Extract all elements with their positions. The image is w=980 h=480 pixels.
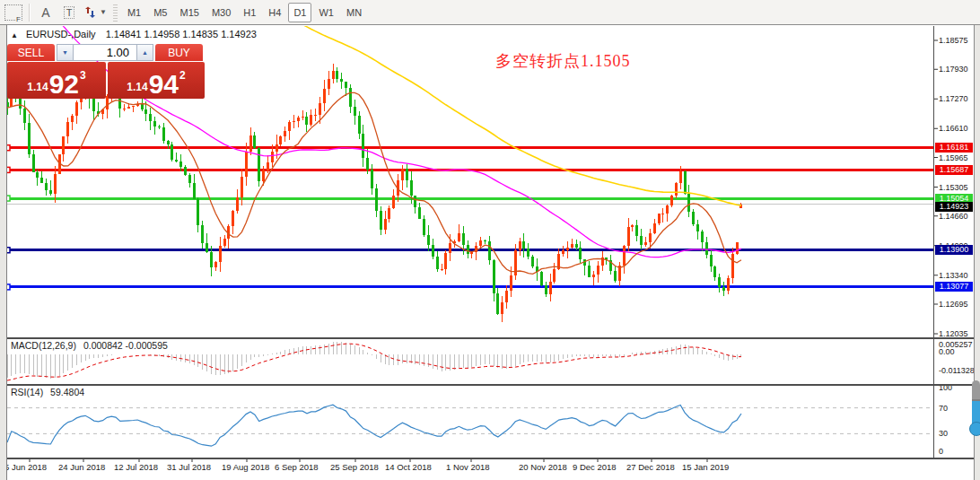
date-tick-label: 19 Aug 2018	[222, 462, 269, 472]
timeframe-button-m30[interactable]: M30	[206, 3, 236, 22]
macd-header: MACD(12,26,9) 0.000842 -0.000595	[11, 340, 168, 351]
price-level-badge: 1.15687	[935, 165, 973, 175]
text-label-icon: T	[64, 6, 75, 19]
arrows-tool-button[interactable]: ▼	[83, 3, 108, 22]
date-tick-label: 24 Jun 2018	[58, 462, 105, 472]
thermometer-icon	[969, 380, 980, 436]
sell-price-sup: 3	[80, 69, 86, 82]
time-axis-divider	[0, 458, 975, 459]
timeframe-button-w1[interactable]: W1	[313, 3, 339, 22]
rsi-pane-divider[interactable]	[0, 384, 975, 386]
sell-price-big: 92	[49, 73, 79, 96]
volume-decrease-button[interactable]: ▼	[57, 44, 74, 61]
text-label-tool-button[interactable]: T	[59, 3, 79, 22]
font-tool-button[interactable]: A	[36, 3, 56, 22]
timeframe-button-mn[interactable]: MN	[341, 3, 367, 22]
dotted-frame-icon: F	[4, 4, 22, 21]
date-tick-label: 5 Jun 2018	[4, 462, 47, 472]
price-level-badge: 1.14923	[935, 202, 973, 212]
chevron-down-icon: ▼	[100, 8, 107, 16]
price-tick-label: 1.15305	[939, 183, 968, 192]
date-tick-label: 14 Oct 2018	[385, 462, 432, 472]
volume-increase-button[interactable]: ▲	[136, 44, 153, 61]
font-a-icon: A	[41, 5, 49, 20]
indicator-scale-label: 0	[939, 447, 943, 456]
toolbar: F A T ▼ M1M5M15M30H1H4D1W1MN	[0, 0, 980, 25]
price-tick-label: 1.17930	[939, 65, 968, 74]
price-tick-label: 1.13340	[939, 271, 968, 280]
sell-price-box[interactable]: 1.14 92 3	[7, 62, 106, 99]
price-tick-label: 1.16610	[939, 124, 968, 133]
date-tick-label: 27 Dec 2018	[626, 462, 675, 472]
date-tick-label: 12 Jul 2018	[114, 462, 158, 472]
mt4-window: F A T ▼ M1M5M15M30H1H4D1W1MN ▲ EURUSD-,D…	[0, 0, 980, 480]
date-tick-label: 1 Nov 2018	[446, 462, 490, 472]
price-level-badge: 1.13077	[935, 282, 973, 292]
toolbar-grip[interactable]	[113, 4, 118, 22]
toolbar-separator	[29, 4, 31, 22]
thermometer-bar	[972, 380, 980, 425]
buy-price-sup: 2	[179, 69, 186, 82]
date-tick-label: 20 Nov 2018	[519, 462, 567, 472]
indicator-scale-label: 0.00	[939, 347, 955, 356]
rsi-header: RSI(14) 59.4804	[11, 387, 84, 397]
date-tick-label: 25 Sep 2018	[330, 462, 379, 472]
price-tick-label: 1.17270	[939, 94, 968, 103]
timeframe-button-d1[interactable]: D1	[288, 3, 311, 22]
price-level-badge: 1.16181	[935, 143, 973, 153]
chart-ohlc-header: ▲ EURUSD-,Daily 1.14841 1.14958 1.14835 …	[11, 29, 257, 39]
sell-button[interactable]: SELL	[7, 44, 55, 61]
timeframe-button-h4[interactable]: H4	[263, 3, 286, 22]
symbol-period-label: EURUSD-,Daily	[26, 29, 96, 39]
price-tick-label: 1.18575	[939, 36, 968, 45]
price-level-badge: 1.13900	[935, 245, 973, 255]
window-left-frame	[0, 25, 7, 480]
volume-input[interactable]	[74, 44, 136, 61]
date-tick-label: 6 Sep 2018	[275, 462, 319, 472]
buy-price-small: 1.14	[127, 81, 147, 93]
ohlc-values: 1.14841 1.14958 1.14835 1.14923	[106, 29, 257, 39]
rsi-value: 59.4804	[50, 387, 84, 397]
timeframe-group: M1M5M15M30H1H4D1W1MN	[121, 3, 368, 22]
arrows-icon	[83, 6, 97, 19]
price-axis-border	[933, 26, 934, 459]
indicator-scale-label: -0.011328	[939, 366, 975, 375]
buy-button[interactable]: BUY	[155, 44, 203, 61]
date-tick-label: 15 Jan 2019	[682, 462, 729, 472]
timeframe-button-m5[interactable]: M5	[148, 3, 172, 22]
macd-values: 0.000842 -0.000595	[83, 340, 168, 351]
date-tick-label: 9 Dec 2018	[573, 462, 617, 472]
collapse-panel-icon[interactable]: ▲	[11, 31, 18, 39]
frame-tool-button[interactable]: F	[4, 3, 23, 22]
date-tick-label: 31 Jul 2018	[167, 462, 211, 472]
indicator-scale-label: 70	[939, 404, 948, 413]
price-tick-label: 1.15965	[939, 153, 968, 162]
thermometer-bulb	[969, 422, 980, 436]
indicator-scale-label: 30	[939, 429, 948, 438]
timeframe-button-m15[interactable]: M15	[174, 3, 204, 22]
price-tick-label: 1.12695	[939, 300, 968, 309]
chart-annotation-text: 多空转折点1.1505	[495, 50, 631, 72]
sell-price-small: 1.14	[27, 81, 48, 93]
price-tick-label: 1.14660	[939, 212, 968, 221]
macd-pane-divider[interactable]	[0, 337, 975, 339]
timeframe-button-m1[interactable]: M1	[122, 3, 146, 22]
timeframe-button-h1[interactable]: H1	[238, 3, 261, 22]
buy-price-big: 94	[149, 73, 179, 96]
buy-price-box[interactable]: 1.14 94 2	[108, 62, 205, 99]
one-click-trading-panel: SELL ▼ ▲ BUY 1.14 92 3 1.14 94 2	[7, 44, 205, 99]
